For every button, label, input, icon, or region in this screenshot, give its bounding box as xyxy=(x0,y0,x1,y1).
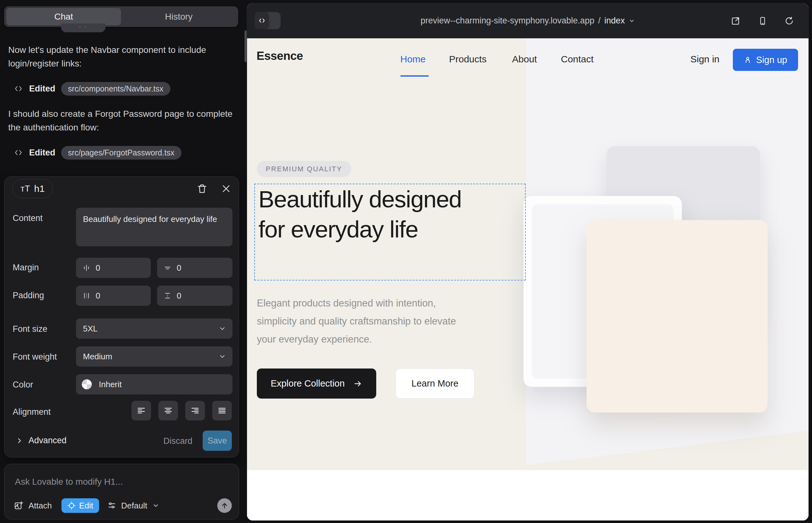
close-icon[interactable] xyxy=(221,184,231,194)
browser-actions xyxy=(730,3,794,38)
nav-link-products[interactable]: Products xyxy=(449,54,487,65)
attach-label[interactable]: Attach xyxy=(29,501,52,511)
product-card-placeholder xyxy=(586,220,768,413)
sign-up-button[interactable]: Sign up xyxy=(733,49,798,71)
edit-label: Edit xyxy=(79,501,93,511)
margin-x-input[interactable]: 0 xyxy=(76,258,151,278)
edited-label: Edited xyxy=(29,148,55,158)
mobile-device-icon[interactable] xyxy=(758,16,767,26)
delete-element-button[interactable] xyxy=(196,183,208,194)
browser-topbar: preview--charming-site-symphony.lovable.… xyxy=(247,3,809,38)
margin-vertical-icon xyxy=(163,264,172,272)
advanced-toggle[interactable]: Advanced xyxy=(16,436,67,446)
margin-x-value: 0 xyxy=(96,263,100,273)
padding-y-input[interactable]: 0 xyxy=(157,286,232,306)
color-label: Color xyxy=(13,380,33,390)
refresh-icon[interactable] xyxy=(784,16,794,26)
sign-up-label: Sign up xyxy=(756,55,787,65)
save-button[interactable]: Save xyxy=(203,431,232,451)
element-tag: h1 xyxy=(34,183,45,194)
align-left-button[interactable] xyxy=(131,401,151,420)
nav-link-about[interactable]: About xyxy=(512,54,537,65)
explore-collection-button[interactable]: Explore Collection xyxy=(257,368,376,399)
send-button[interactable] xyxy=(217,498,232,513)
sign-in-link[interactable]: Sign in xyxy=(690,54,720,65)
font-weight-select[interactable]: Medium xyxy=(76,346,232,366)
code-icon xyxy=(13,84,23,94)
preview-browser-window: Essence Home Products About Contact Sign… xyxy=(247,3,809,521)
hero-paragraph: Elegant products designed with intention… xyxy=(257,294,475,348)
padding-y-value: 0 xyxy=(177,291,181,301)
hero-heading[interactable]: Beautifully designed for everyday life xyxy=(259,184,480,245)
type-icon: тT xyxy=(21,184,30,194)
edited-file-badge[interactable]: src/pages/ForgotPassword.tsx xyxy=(61,146,181,160)
tab-chat[interactable]: Chat xyxy=(6,8,121,25)
padding-x-input[interactable]: 0 xyxy=(76,286,151,306)
advanced-label: Advanced xyxy=(29,436,67,446)
nav-link-home[interactable]: Home xyxy=(400,54,426,65)
mode-label[interactable]: Default xyxy=(121,501,147,511)
discard-button[interactable]: Discard xyxy=(163,436,193,446)
arrow-right-icon xyxy=(353,379,362,388)
explore-collection-label: Explore Collection xyxy=(271,378,345,389)
font-size-select[interactable]: 5XL xyxy=(76,319,232,339)
chevron-down-icon xyxy=(152,502,159,509)
content-input[interactable]: Beautifully designed for everyday life xyxy=(76,208,232,246)
margin-label: Margin xyxy=(13,263,39,273)
next-section-background xyxy=(247,470,809,521)
edited-file-row: Edited src/pages/ForgotPassword.tsx xyxy=(13,146,181,160)
url-bar[interactable]: preview--charming-site-symphony.lovable.… xyxy=(247,3,809,38)
content-value: Beautifully designed for everyday life xyxy=(83,213,219,226)
element-editor-panel: тT h1 Content Beautifully designed for e… xyxy=(4,176,239,457)
chat-message: I should also create a Forgot Password p… xyxy=(8,107,233,134)
chevron-down-icon xyxy=(218,353,226,360)
color-value: Inherit xyxy=(99,380,122,390)
edited-file-row: Edited src/components/Navbar.tsx xyxy=(13,82,170,96)
composer: Ask Lovable to modify H1... Attach Edit … xyxy=(4,464,239,520)
font-size-value: 5XL xyxy=(83,324,98,334)
padding-label: Padding xyxy=(13,291,44,301)
tab-chat-label: Chat xyxy=(6,8,121,25)
padding-x-value: 0 xyxy=(96,291,100,301)
url-host: preview--charming-site-symphony.lovable.… xyxy=(421,16,595,26)
site-logo[interactable]: Essence xyxy=(257,49,303,63)
learn-more-button[interactable]: Learn More xyxy=(395,368,474,399)
chat-scrollbar[interactable] xyxy=(245,30,247,62)
content-label: Content xyxy=(13,213,43,223)
margin-y-value: 0 xyxy=(177,263,181,273)
font-weight-label: Font weight xyxy=(13,352,57,362)
crosshair-icon xyxy=(67,501,76,510)
edited-label: Edited xyxy=(29,84,55,94)
margin-y-input[interactable]: 0 xyxy=(157,258,232,278)
open-external-icon[interactable] xyxy=(730,16,741,26)
chevron-right-icon xyxy=(16,437,23,444)
scrolled-pill-button[interactable]: · · xyxy=(61,23,105,32)
attach-image-icon[interactable] xyxy=(14,501,23,510)
tab-history[interactable]: History xyxy=(121,6,236,27)
user-icon xyxy=(744,56,752,64)
color-swatch-icon xyxy=(82,379,92,390)
chat-message: Now let's update the Navbar component to… xyxy=(8,43,233,70)
align-center-button[interactable] xyxy=(158,401,178,420)
font-weight-value: Medium xyxy=(83,352,112,362)
align-justify-button[interactable] xyxy=(212,401,232,420)
selected-element-pill[interactable]: тT h1 xyxy=(12,179,53,198)
alignment-label: Alignment xyxy=(13,407,51,417)
url-separator: / xyxy=(598,16,601,26)
chat-history-tabbar: Chat History xyxy=(4,6,238,27)
active-nav-underline xyxy=(400,75,429,77)
chevron-down-icon xyxy=(629,18,635,24)
composer-toolbar: Attach Edit Default xyxy=(4,498,239,513)
code-icon xyxy=(13,147,23,158)
edit-mode-button[interactable]: Edit xyxy=(61,498,99,513)
url-page: index xyxy=(604,16,625,26)
app-root: Chat History · · Now let's update the Na… xyxy=(0,0,812,523)
tab-history-label: History xyxy=(121,6,236,27)
chevron-down-icon xyxy=(218,325,226,332)
nav-link-contact[interactable]: Contact xyxy=(561,54,594,65)
align-right-button[interactable] xyxy=(185,401,205,420)
sliders-icon[interactable] xyxy=(107,501,116,510)
edited-file-badge[interactable]: src/components/Navbar.tsx xyxy=(61,82,171,96)
composer-input[interactable]: Ask Lovable to modify H1... xyxy=(15,477,123,487)
color-select[interactable]: Inherit xyxy=(76,374,232,395)
